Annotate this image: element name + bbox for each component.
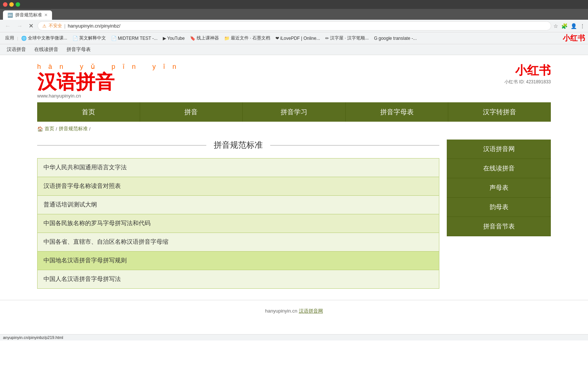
list-item-6[interactable]: 中国人名汉语拼音字母拼写法 <box>38 270 439 288</box>
nav-learning[interactable]: 拼音学习 <box>243 102 346 122</box>
page-content: hàn yǔ pīn yīn 汉语拼音 www.hanyupinyin.cn 小… <box>0 55 588 334</box>
sidebar-item-4[interactable]: 拼音音节表 <box>447 217 551 236</box>
sidebar: 汉语拼音网 在线读拼音 声母表 韵母表 拼音音节表 <box>447 140 551 289</box>
bookmark-8[interactable]: G google translate -... <box>372 35 419 42</box>
footer: hanyupinyin.cn 汉语拼音网 <box>0 300 588 322</box>
tab-favicon: 🔤 <box>7 13 13 18</box>
menu-icon[interactable]: ⋮ <box>580 23 585 29</box>
footer-text: hanyupinyin.cn <box>265 308 297 314</box>
page-title: 拼音规范标准 <box>206 140 270 151</box>
breadcrumb-sep2: / <box>89 126 91 132</box>
breadcrumb-current[interactable]: 拼音规范标准 <box>59 125 88 132</box>
site-tab-0[interactable]: 汉语拼音 <box>3 45 30 54</box>
bookmark-apps[interactable]: 应用 <box>3 34 16 42</box>
status-bar: anyupinyin.cn/pinyinbz/p219.html <box>0 334 588 340</box>
sidebar-item-0[interactable]: 汉语拼音网 <box>447 140 551 159</box>
list-item-2[interactable]: 普通话培训测试大纲 <box>38 196 439 214</box>
bookmark-star-icon[interactable]: ☆ <box>553 23 558 29</box>
xiaohongshu-badge: 小红书 小红书 ID: 4231891833 <box>504 63 551 85</box>
nav-convert[interactable]: 汉字转拼音 <box>448 102 551 122</box>
site-nav-tabs: 汉语拼音 在线读拼音 拼音字母表 <box>0 44 588 55</box>
separator: | <box>64 23 65 29</box>
footer-link[interactable]: 汉语拼音网 <box>299 308 323 314</box>
active-tab[interactable]: 🔤 拼音规范标准 ✕ <box>3 10 52 20</box>
url-display: hanyupinyin.cn/pinyinbz/ <box>68 23 546 29</box>
bookmark-7[interactable]: ✏ 汉字屋 · 汉字笔顺... <box>323 34 371 42</box>
breadcrumb-sep: / <box>56 126 57 132</box>
bookmark-5[interactable]: 📁 最近文件 · 石墨文档 <box>222 34 272 42</box>
nav-alphabet[interactable]: 拼音字母表 <box>346 102 449 122</box>
address-bar[interactable]: ⚠ 不安全 | hanyupinyin.cn/pinyinbz/ <box>38 21 551 31</box>
bookmarks-bar: 应用 | 🌐 全球中文教学微课... 📄 英文解释中文 📄 MIDTERM TE… <box>0 32 588 44</box>
minimize-btn[interactable] <box>9 2 14 7</box>
browser-toolbar: ← → ✕ ⚠ 不安全 | hanyupinyin.cn/pinyinbz/ ☆… <box>0 20 588 32</box>
nav-home[interactable]: 首页 <box>37 102 140 122</box>
logo-hanzi: 汉语拼音 <box>37 72 551 92</box>
title-line-left <box>37 145 206 145</box>
site-tab-2[interactable]: 拼音字母表 <box>63 45 94 54</box>
close-btn[interactable] <box>3 2 7 7</box>
bookmark-0[interactable]: 🌐 全球中文教学微课... <box>19 34 70 42</box>
breadcrumb-home[interactable]: 首页 <box>45 125 54 132</box>
breadcrumb: 🏠 首页 / 拼音规范标准 / <box>0 122 588 136</box>
xiaohongshu-id: 小红书 ID: 4231891833 <box>504 79 551 85</box>
extensions-icon[interactable]: 🧩 <box>561 23 568 29</box>
bookmark-6[interactable]: ❤ iLovePDF | Online... <box>273 35 322 42</box>
tab-close-icon[interactable]: ✕ <box>44 13 48 17</box>
main-nav: 首页 拼音 拼音学习 拼音字母表 汉字转拼音 <box>37 102 551 122</box>
maximize-btn[interactable] <box>16 2 20 7</box>
title-line-right <box>270 145 439 145</box>
main-layout: 拼音规范标准 中华人民共和国通用语言文字法 汉语拼音字母名称读音对照表 普通话培… <box>0 140 588 289</box>
list-item-4[interactable]: 中国各省、直辖市、自治区名称汉语拼音字母缩 <box>38 233 439 252</box>
reload-button[interactable]: ✕ <box>27 22 35 30</box>
security-label: 不安全 <box>49 23 62 29</box>
security-icon: ⚠ <box>42 23 46 29</box>
bookmark-2[interactable]: 📄 MIDTERM TEST -... <box>109 35 160 42</box>
toolbar-icons: ☆ 🧩 👤 ⋮ <box>553 23 585 29</box>
forward-button[interactable]: → <box>15 22 25 30</box>
home-icon: 🏠 <box>37 126 43 132</box>
tab-title: 拼音规范标准 <box>15 12 42 18</box>
logo-pinyin: hàn yǔ pīn yīn <box>37 63 551 71</box>
browser-chrome <box>0 0 588 9</box>
sidebar-item-2[interactable]: 声母表 <box>447 178 551 198</box>
back-button[interactable]: ← <box>3 22 13 30</box>
site-header: hàn yǔ pīn yīn 汉语拼音 www.hanyupinyin.cn 小… <box>0 55 588 102</box>
content-area: 拼音规范标准 中华人民共和国通用语言文字法 汉语拼音字母名称读音对照表 普通话培… <box>37 140 439 289</box>
bookmark-1[interactable]: 📄 英文解释中文 <box>70 34 108 42</box>
list-item-3[interactable]: 中国各民族名称的罗马字母拼写法和代码 <box>38 214 439 233</box>
list-item-1[interactable]: 汉语拼音字母名称读音对照表 <box>38 177 439 196</box>
profile-icon[interactable]: 👤 <box>571 23 577 29</box>
xiaohongshu-logo: 小红书 <box>504 63 551 79</box>
site-tab-1[interactable]: 在线读拼音 <box>30 45 62 54</box>
xiaohongshu-nav-icon: 小红书 <box>563 33 585 43</box>
browser-tabs-bar: 🔤 拼音规范标准 ✕ <box>0 9 588 20</box>
bookmark-4[interactable]: 🔖 线上课神器 <box>188 34 221 42</box>
status-url: anyupinyin.cn/pinyinbz/p219.html <box>3 335 63 340</box>
page-title-section: 拼音规范标准 <box>37 140 439 151</box>
nav-pinyin[interactable]: 拼音 <box>140 102 243 122</box>
logo-url: www.hanyupinyin.cn <box>37 93 551 99</box>
content-list: 中华人民共和国通用语言文字法 汉语拼音字母名称读音对照表 普通话培训测试大纲 中… <box>37 158 439 289</box>
bookmark-3[interactable]: ▶ YouTube <box>161 35 187 42</box>
sidebar-item-1[interactable]: 在线读拼音 <box>447 159 551 178</box>
sidebar-item-3[interactable]: 韵母表 <box>447 198 551 217</box>
list-item-0[interactable]: 中华人民共和国通用语言文字法 <box>38 159 439 177</box>
list-item-5[interactable]: 中国地名汉语拼音字母拼写规则 <box>38 252 439 270</box>
